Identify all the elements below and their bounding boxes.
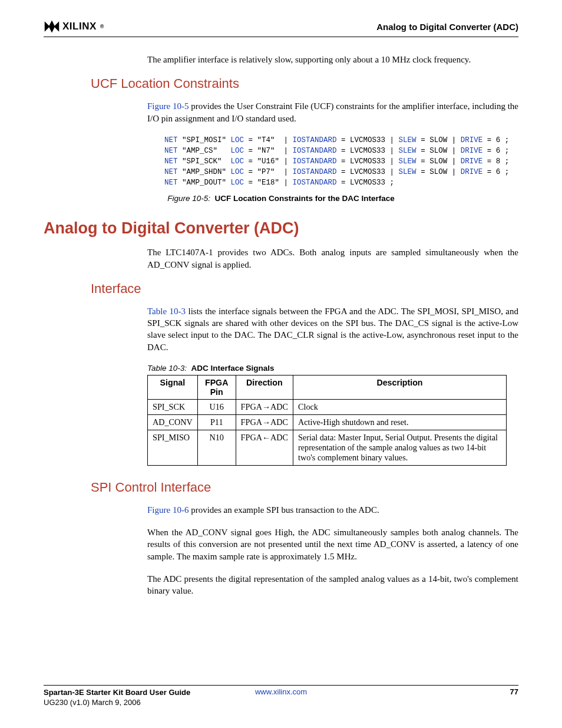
table-header-row: Signal FPGA Pin Direction Description — [148, 375, 507, 399]
table-10-3-link[interactable]: Table 10-3 — [147, 307, 186, 316]
footer-doc-title: Spartan-3E Starter Kit Board User Guide — [44, 688, 190, 697]
adc-paragraph: The LTC1407A-1 provides two ADCs. Both a… — [147, 246, 518, 271]
registered-mark: ® — [100, 24, 104, 29]
xilinx-logo-icon — [44, 20, 60, 33]
spi-p2: When the AD_CONV signal goes High, the A… — [147, 526, 518, 562]
cell-pin: N10 — [197, 430, 236, 465]
figure-caption-text: UCF Location Constraints for the DAC Int… — [215, 194, 395, 203]
cell-direction: FPGA→ADC — [236, 414, 293, 430]
footer-page-number: 77 — [510, 687, 518, 696]
spi-p1-rest: provides an example SPI bus transaction … — [189, 505, 379, 515]
spi-p1: Figure 10-6 provides an example SPI bus … — [147, 504, 518, 516]
header-section-title: Analog to Digital Converter (ADC) — [376, 22, 518, 32]
cell-pin: U16 — [197, 399, 236, 414]
table-10-3-caption: Table 10-3: ADC Interface Signals — [147, 364, 518, 373]
ucf-para-rest: provides the User Constraint File (UCF) … — [147, 101, 518, 123]
ucf-paragraph: Figure 10-5 provides the User Constraint… — [147, 100, 518, 124]
brand-text: XILINX — [62, 21, 97, 32]
adc-heading: Analog to Digital Converter (ADC) — [44, 219, 518, 238]
cell-signal: SPI_SCK — [148, 399, 198, 414]
th-fpga-pin: FPGA Pin — [197, 375, 236, 399]
th-description: Description — [293, 375, 507, 399]
figure-caption-num: Figure 10-5: — [167, 194, 210, 203]
xilinx-logo: XILINX® — [44, 20, 104, 33]
cell-pin: P11 — [197, 414, 236, 430]
th-signal: Signal — [148, 375, 198, 399]
page-footer: Spartan-3E Starter Kit Board User Guide … — [44, 685, 518, 708]
iface-para-rest: lists the interface signals between the … — [147, 307, 518, 352]
cell-description: Active-High shutdown and reset. — [293, 414, 507, 430]
ucf-heading: UCF Location Constraints — [91, 76, 518, 91]
table-row: SPI_MISON10FPGA←ADCSerial data: Master I… — [148, 430, 507, 465]
page-header: XILINX® Analog to Digital Converter (ADC… — [44, 20, 518, 37]
figure-10-5-link[interactable]: Figure 10-5 — [147, 101, 189, 111]
table-row: AD_CONVP11FPGA→ADCActive-High shutdown a… — [148, 414, 507, 430]
spi-control-heading: SPI Control Interface — [91, 480, 518, 495]
th-direction: Direction — [236, 375, 293, 399]
figure-10-6-link[interactable]: Figure 10-6 — [147, 505, 189, 515]
cell-signal: AD_CONV — [148, 414, 198, 430]
adc-signals-table: Signal FPGA Pin Direction Description SP… — [147, 375, 507, 466]
ucf-code-block: NET "SPI_MOSI" LOC = "T4" | IOSTANDARD =… — [164, 135, 518, 189]
cell-direction: FPGA←ADC — [236, 430, 293, 465]
spi-p3: The ADC presents the digital representat… — [147, 573, 518, 597]
cell-direction: FPGA→ADC — [236, 399, 293, 414]
footer-left: Spartan-3E Starter Kit Board User Guide … — [44, 687, 190, 708]
table-caption-num: Table 10-3: — [147, 364, 187, 373]
interface-paragraph: Table 10-3 lists the interface signals b… — [147, 305, 518, 353]
cell-signal: SPI_MISO — [148, 430, 198, 465]
cell-description: Clock — [293, 399, 507, 414]
intro-paragraph: The amplifier interface is relatively sl… — [147, 54, 518, 65]
footer-url-link[interactable]: www.xilinx.com — [255, 687, 307, 696]
table-caption-text: ADC Interface Signals — [191, 364, 275, 373]
footer-doc-id: UG230 (v1.0) March 9, 2006 — [44, 698, 141, 707]
interface-heading: Interface — [91, 281, 518, 297]
figure-10-5-caption: Figure 10-5: UCF Location Constraints fo… — [44, 194, 518, 203]
table-row: SPI_SCKU16FPGA→ADCClock — [148, 399, 507, 414]
cell-description: Serial data: Master Input, Serial Output… — [293, 430, 507, 465]
